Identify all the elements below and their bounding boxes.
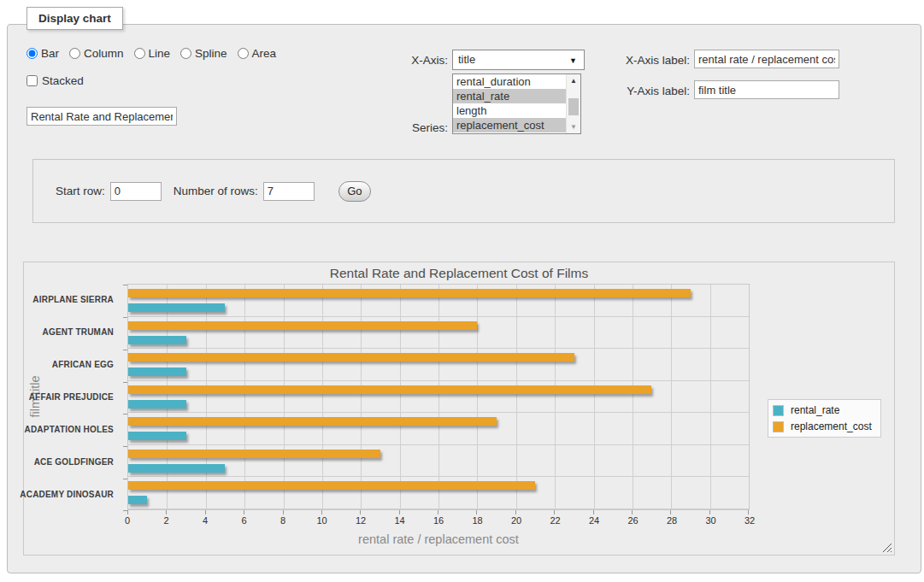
bar-group-affair-prejudice (128, 381, 749, 414)
bar-group-agent-truman (128, 317, 749, 350)
panel-title: Display chart (26, 7, 123, 30)
x-tick-mark (399, 510, 400, 514)
bar-rental_rate (128, 464, 225, 473)
bar-rental_rate (128, 303, 225, 312)
chart-type-area[interactable]: Area (238, 47, 277, 60)
scrollbar-thumb[interactable] (568, 98, 579, 115)
x-tick-label: 4 (203, 515, 208, 526)
bar-group-adaptation-holes (128, 413, 749, 445)
bar-group-academy-dinosaur (128, 477, 749, 509)
series-option-rental_rate[interactable]: rental_rate (453, 89, 566, 103)
x-axis-select-value: title (458, 53, 475, 66)
start-row-input[interactable] (110, 182, 162, 201)
chart-type-radio-area[interactable] (238, 48, 249, 59)
series-options: rental_durationrental_ratelengthreplacem… (453, 74, 566, 133)
plot-area (127, 284, 750, 510)
stacked-checkbox[interactable] (26, 75, 38, 86)
y-tick-mark (123, 510, 127, 511)
go-button[interactable]: Go (338, 181, 371, 202)
chart-type-column[interactable]: Column (69, 47, 124, 60)
y-tick-mark (123, 382, 127, 383)
chart-title: Rental Rate and Replacement Cost of Film… (24, 266, 894, 281)
y-axis-label-input[interactable] (694, 80, 839, 99)
x-tick-label: 2 (163, 515, 168, 526)
y-tick-mark (123, 446, 127, 447)
stacked-checkbox-row[interactable]: Stacked (26, 74, 84, 87)
series-listbox[interactable]: rental_durationrental_ratelengthreplacem… (452, 73, 581, 134)
display-chart-panel: Display chart BarColumnLineSplineArea St… (7, 24, 921, 573)
x-tick-mark (748, 510, 749, 514)
y-tick-mark (123, 350, 127, 350)
bar-rental_rate (128, 336, 186, 344)
y-category-label: ADAPTATION HOLES (24, 413, 121, 445)
x-axis-select-label: X-Axis: (350, 54, 448, 67)
resize-handle-icon[interactable] (881, 542, 892, 552)
bar-replacement_cost (128, 385, 651, 394)
y-category-label: AIRPLANE SIERRA (24, 284, 121, 316)
bar-rental_rate (128, 400, 186, 409)
chart-type-line[interactable]: Line (134, 47, 171, 60)
x-tick-label: 28 (667, 515, 677, 526)
x-tick-label: 16 (433, 515, 444, 526)
bar-replacement_cost (128, 481, 535, 490)
x-axis-label-label: X-Axis label: (596, 54, 690, 67)
x-tick-label: 26 (627, 515, 638, 526)
x-axis-title: rental rate / replacement cost (127, 532, 750, 546)
chart-title-input[interactable] (26, 107, 177, 126)
x-axis-label-input[interactable] (694, 50, 839, 68)
x-tick-label: 30 (705, 515, 715, 526)
y-axis-label-label: Y-Axis label: (596, 85, 690, 97)
chart-type-radio-label: Spline (195, 47, 227, 60)
x-tick-mark (283, 510, 284, 514)
y-tick-mark (123, 479, 127, 479)
y-category-label: ACE GOLDFINGER (24, 445, 121, 478)
chart-type-radio-bar[interactable] (26, 48, 38, 59)
start-row-label: Start row: (56, 185, 105, 197)
chart-legend: rental_ratereplacement_cost (768, 399, 881, 438)
bar-group-airplane-sierra (128, 285, 749, 317)
x-tick-mark (632, 510, 633, 514)
bar-replacement_cost (128, 321, 477, 330)
scroll-down-icon[interactable]: ▼ (567, 121, 580, 133)
x-tick-mark (360, 510, 361, 514)
bar-rental_rate (128, 496, 147, 504)
chart-type-spline[interactable]: Spline (180, 47, 227, 60)
x-tick-label: 32 (744, 515, 755, 526)
num-rows-input[interactable] (263, 182, 315, 201)
bar-replacement_cost (128, 289, 691, 297)
series-option-rental_duration[interactable]: rental_duration (453, 74, 566, 89)
chart-type-radio-group: BarColumnLineSplineArea (26, 47, 276, 60)
x-tick-label: 0 (125, 515, 130, 526)
y-category-label: ACADEMY DINOSAUR (24, 478, 121, 510)
x-tick-label: 14 (394, 515, 404, 526)
series-option-length[interactable]: length (453, 103, 566, 118)
scroll-up-icon[interactable]: ▲ (567, 74, 580, 87)
listbox-scrollbar[interactable]: ▲ ▼ (566, 74, 580, 133)
stacked-label: Stacked (42, 74, 84, 87)
series-listbox-label: Series: (350, 121, 448, 134)
bar-group-ace-goldfinger (128, 445, 749, 478)
x-tick-label: 20 (511, 515, 521, 526)
chart-type-bar[interactable]: Bar (26, 47, 59, 60)
chart-type-radio-line[interactable] (134, 48, 145, 59)
x-tick-mark (593, 510, 594, 514)
x-tick-mark (321, 510, 322, 514)
chevron-down-icon: ▼ (569, 56, 577, 65)
y-category-label: AGENT TRUMAN (24, 316, 121, 349)
x-tick-mark (709, 510, 710, 514)
bar-rental_rate (128, 432, 186, 440)
series-option-replacement_cost[interactable]: replacement_cost (453, 118, 566, 132)
chart-type-radio-spline[interactable] (180, 48, 191, 59)
chart-type-radio-label: Line (149, 47, 171, 60)
legend-entry-replacement_cost: replacement_cost (773, 420, 872, 432)
y-tick-mark (123, 285, 127, 285)
x-axis-select[interactable]: title ▼ (452, 50, 585, 70)
y-category-label: AFFAIR PREJUDICE (24, 381, 121, 414)
x-tick-mark (515, 510, 516, 514)
chart-type-radio-column[interactable] (69, 48, 80, 59)
x-tick-label: 12 (356, 515, 366, 526)
x-tick-label: 8 (280, 515, 285, 526)
x-tick-label: 6 (241, 515, 246, 526)
legend-swatch-replacement_cost (773, 421, 784, 432)
x-tick-label: 24 (589, 515, 599, 526)
